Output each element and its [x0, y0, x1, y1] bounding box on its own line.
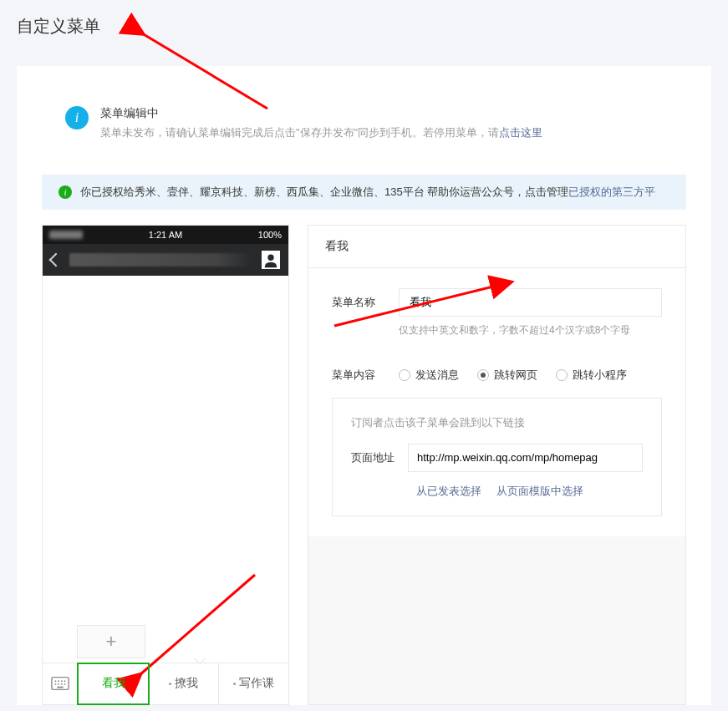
keyboard-icon[interactable]	[43, 663, 78, 704]
header-title-blur	[69, 253, 253, 267]
radio-label: 跳转网页	[494, 368, 537, 383]
notice-desc-text: 菜单未发布，请确认菜单编辑完成后点击"保存并发布"同步到手机。若停用菜单，请	[100, 126, 499, 139]
svg-point-9	[60, 683, 62, 685]
svg-point-6	[64, 680, 65, 682]
svg-point-3	[54, 680, 56, 682]
svg-point-7	[54, 683, 56, 685]
add-submenu-button[interactable]: +	[77, 625, 145, 658]
select-published-link[interactable]: 从已发表选择	[416, 484, 481, 499]
radio-jump-page[interactable]: 跳转网页	[477, 368, 537, 383]
info-icon: i	[65, 106, 89, 130]
info-icon-small: i	[59, 185, 72, 199]
signal-blur	[49, 231, 83, 239]
submenu-dot-icon	[233, 683, 236, 685]
radio-send-message[interactable]: 发送消息	[399, 368, 459, 383]
url-label: 页面地址	[351, 450, 395, 465]
phone-header	[43, 244, 288, 276]
phone-battery: 100%	[258, 230, 282, 240]
phone-bottom-menu: 看我 撩我 写作课	[43, 663, 288, 704]
menu-label: 撩我	[175, 676, 198, 691]
config-section-title: 看我	[308, 226, 685, 268]
svg-point-5	[60, 680, 62, 682]
menu-label: 看我	[102, 676, 125, 691]
link-desc: 订阅者点击该子菜单会跳到以下链接	[351, 415, 643, 430]
menu-name-label: 菜单名称	[332, 288, 384, 310]
back-icon	[49, 252, 64, 267]
svg-point-10	[64, 683, 65, 685]
notice-box: i 菜单编辑中 菜单未发布，请确认菜单编辑完成后点击"保存并发布"同步到手机。若…	[42, 91, 686, 156]
svg-point-8	[58, 683, 59, 685]
menu-name-hint: 仅支持中英文和数字，字数不超过4个汉字或8个字母	[399, 323, 662, 338]
notice-desc: 菜单未发布，请确认菜单编辑完成后点击"保存并发布"同步到手机。若停用菜单，请点击…	[100, 124, 663, 141]
notice-title: 菜单编辑中	[100, 106, 663, 121]
menu-item-2[interactable]: 撩我	[149, 663, 219, 704]
menu-item-1[interactable]: 看我	[77, 663, 150, 705]
svg-rect-11	[57, 687, 63, 688]
submenu-dot-icon	[169, 683, 171, 685]
radio-jump-miniprogram[interactable]: 跳转小程序	[556, 368, 627, 383]
avatar-icon	[262, 251, 280, 269]
svg-point-1	[267, 254, 273, 260]
phone-body	[43, 276, 288, 625]
phone-status-bar: 1:21 AM 100%	[43, 226, 288, 244]
page-title: 自定义菜单	[0, 0, 728, 53]
menu-content-label: 菜单内容	[332, 361, 384, 383]
auth-text: 你已授权给秀米、壹伴、耀京科技、新榜、西瓜集、企业微信、135平台 帮助你运营公…	[80, 185, 568, 198]
menu-name-input[interactable]	[399, 288, 662, 317]
link-config-box: 订阅者点击该子菜单会跳到以下链接 页面地址 从已发表选择 从页面模版中选择	[332, 398, 662, 516]
auth-bar: i 你已授权给秀米、壹伴、耀京科技、新榜、西瓜集、企业微信、135平台 帮助你运…	[42, 175, 686, 210]
menu-item-3[interactable]: 写作课	[219, 663, 288, 704]
disable-menu-link[interactable]: 点击这里	[499, 126, 542, 139]
url-input[interactable]	[408, 444, 643, 472]
radio-label: 跳转小程序	[573, 368, 627, 383]
phone-preview: 1:21 AM 100% + 看我	[42, 225, 289, 705]
phone-time: 1:21 AM	[149, 230, 182, 240]
radio-label: 发送消息	[415, 368, 459, 383]
config-panel: 看我 菜单名称 仅支持中英文和数字，字数不超过4个汉字或8个字母 菜单内容 发送…	[308, 225, 686, 705]
manage-auth-link[interactable]: 已授权的第三方平	[568, 185, 655, 198]
svg-point-4	[58, 680, 59, 682]
select-template-link[interactable]: 从页面模版中选择	[496, 484, 583, 499]
menu-label: 写作课	[239, 676, 274, 691]
